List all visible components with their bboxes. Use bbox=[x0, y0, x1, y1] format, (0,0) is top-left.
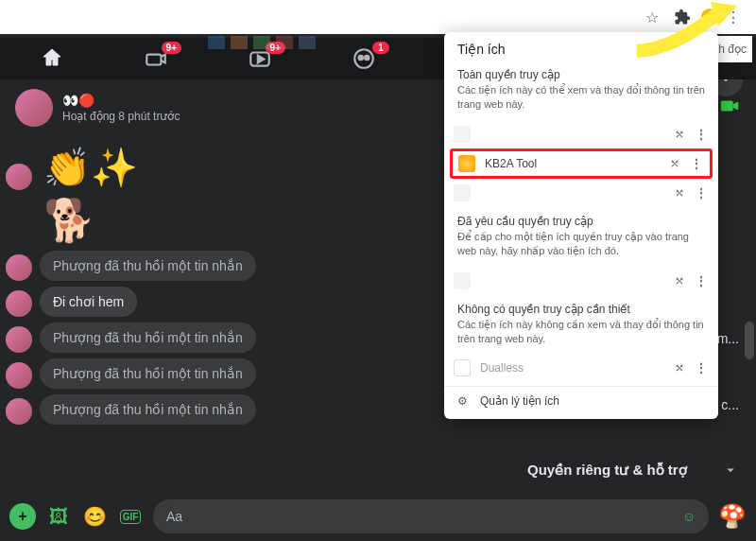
extension-item[interactable]: ⤲ ⋮ bbox=[444, 267, 718, 295]
section-desc-noaccess: Các tiện ích này không cần xem và thay đ… bbox=[444, 318, 718, 355]
section-header-noaccess: Không có quyền truy cập cần thiết bbox=[444, 295, 718, 318]
pin-icon[interactable]: ⤲ bbox=[666, 157, 683, 170]
section-desc-full-access: Các tiện ích này có thể xem và thay đổi … bbox=[444, 83, 718, 120]
tab-color-indicators bbox=[208, 36, 316, 49]
manage-label: Quản lý tiện ích bbox=[480, 394, 709, 408]
avatar[interactable] bbox=[6, 362, 32, 389]
extension-name: Dualless bbox=[480, 361, 665, 375]
recalled-message: Phượng đã thu hồi một tin nhắn bbox=[40, 323, 256, 353]
truncated-text: m... bbox=[717, 331, 739, 346]
extension-icon bbox=[458, 155, 475, 172]
extension-icon bbox=[454, 272, 471, 289]
sticker-icon[interactable]: 😊 bbox=[81, 503, 108, 530]
privacy-label: Quyền riêng tư & hỗ trợ bbox=[527, 462, 687, 479]
name-emoji: 👀🔴 bbox=[62, 93, 94, 108]
nav-friends[interactable]: 9+ bbox=[104, 38, 208, 79]
pin-icon[interactable]: ⤲ bbox=[671, 274, 688, 288]
browser-toolbar: ☆ ⋮ bbox=[0, 0, 756, 34]
more-icon[interactable]: ⋮ bbox=[694, 128, 709, 141]
svg-marker-3 bbox=[258, 56, 265, 63]
extension-name bbox=[480, 274, 665, 288]
extension-item[interactable]: ⤲ ⋮ bbox=[444, 179, 718, 207]
avatar[interactable] bbox=[6, 290, 32, 317]
nav-home[interactable] bbox=[0, 38, 104, 79]
recalled-message: Phượng đã thu hồi một tin nhắn bbox=[40, 251, 256, 281]
popup-title: Tiện ích bbox=[444, 32, 718, 61]
sticker-dog: 🐕 bbox=[43, 196, 95, 245]
pin-icon[interactable]: ⤲ bbox=[671, 128, 688, 141]
extensions-icon[interactable] bbox=[673, 8, 692, 26]
badge: 1 bbox=[372, 42, 389, 54]
profile-avatar-icon[interactable] bbox=[701, 9, 718, 26]
extension-name bbox=[480, 186, 665, 200]
gear-icon: ⚙ bbox=[454, 393, 471, 410]
bookmark-star-icon[interactable]: ☆ bbox=[643, 8, 662, 26]
recalled-message: Phượng đã thu hồi một tin nhắn bbox=[40, 358, 256, 389]
pin-icon[interactable]: ⤲ bbox=[671, 361, 688, 375]
section-header-requested: Đã yêu cầu quyền truy cập bbox=[444, 207, 718, 230]
activity-status: Hoạt động 8 phút trước bbox=[62, 110, 180, 123]
scrollbar-thumb[interactable] bbox=[745, 322, 754, 359]
svg-point-6 bbox=[365, 56, 369, 60]
extension-icon bbox=[454, 184, 471, 201]
add-button[interactable]: + bbox=[9, 503, 36, 530]
extension-name: KB2A Tool bbox=[485, 157, 661, 170]
input-placeholder: Aa bbox=[166, 509, 182, 524]
avatar[interactable] bbox=[15, 89, 53, 127]
extension-item-kb2a[interactable]: KB2A Tool ⤲ ⋮ bbox=[450, 148, 713, 179]
more-icon[interactable]: ⋮ bbox=[689, 157, 704, 170]
avatar[interactable] bbox=[6, 254, 32, 281]
manage-extensions-button[interactable]: ⚙ Quản lý tiện ích bbox=[444, 387, 718, 415]
truncated-text: c... bbox=[721, 397, 739, 412]
section-desc-requested: Để cấp cho một tiện ích quyền truy cập v… bbox=[444, 230, 718, 267]
recalled-message: Phượng đã thu hồi một tin nhắn bbox=[40, 394, 256, 425]
extension-item-dualless[interactable]: Dualless ⤲ ⋮ bbox=[444, 354, 718, 382]
browser-menu-icon[interactable]: ⋮ bbox=[724, 8, 743, 26]
avatar[interactable] bbox=[6, 164, 32, 190]
message-bubble: Đi chơi hem bbox=[40, 287, 137, 317]
attach-photo-icon[interactable]: 🖼 bbox=[45, 503, 72, 530]
extensions-popup: Tiện ích Toàn quyền truy cập Các tiện íc… bbox=[444, 32, 718, 419]
svg-rect-1 bbox=[146, 55, 161, 65]
badge: 9+ bbox=[162, 42, 181, 54]
extension-icon bbox=[454, 359, 471, 376]
privacy-support-row[interactable]: Quyền riêng tư & hỗ trợ bbox=[520, 448, 747, 492]
extension-item[interactable]: ⤲ ⋮ bbox=[444, 120, 718, 148]
sticker-clap: 👏✨ bbox=[43, 146, 138, 190]
pin-icon[interactable]: ⤲ bbox=[671, 186, 688, 200]
more-icon[interactable]: ⋮ bbox=[694, 274, 709, 288]
chat-name[interactable]: 👀🔴 bbox=[62, 93, 180, 108]
svg-point-4 bbox=[354, 49, 373, 68]
section-header-full-access: Toàn quyền truy cập bbox=[444, 61, 718, 83]
more-icon[interactable]: ⋮ bbox=[694, 186, 709, 200]
more-icon[interactable]: ⋮ bbox=[694, 361, 709, 375]
nav-groups[interactable]: 1 bbox=[312, 38, 416, 79]
avatar[interactable] bbox=[6, 398, 32, 425]
extension-name bbox=[480, 128, 665, 141]
extension-icon bbox=[454, 126, 471, 143]
avatar[interactable] bbox=[6, 326, 32, 353]
chevron-down-icon bbox=[722, 462, 739, 479]
gif-icon[interactable]: GIF bbox=[117, 503, 144, 530]
svg-point-5 bbox=[359, 56, 363, 60]
